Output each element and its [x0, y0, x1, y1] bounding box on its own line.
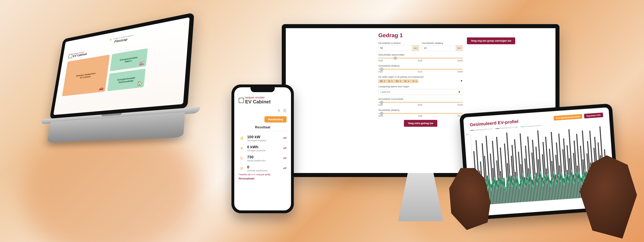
day-chip[interactable]: Do ×	[403, 79, 411, 83]
input-unit: km	[456, 45, 463, 51]
field-label: Gemiddelde afwijking	[422, 42, 463, 44]
menu-icon[interactable]: ☰	[283, 108, 286, 113]
slider-track[interactable]	[378, 58, 463, 59]
avg-deviation-input[interactable]: 10 km	[422, 45, 463, 51]
tick: 24u00	[457, 60, 463, 62]
slider-track[interactable]	[378, 113, 463, 114]
ev-glyph-icon: 🍃	[68, 54, 73, 58]
metric-delta: +0*	[283, 147, 286, 150]
slider-thumb[interactable]	[380, 112, 383, 115]
charge-behavior-select[interactable]: Laadt hier ▼	[378, 89, 463, 95]
input-value: 50	[378, 47, 412, 50]
tick: 0u00	[378, 115, 383, 117]
slider-track[interactable]	[378, 68, 463, 70]
input-unit: km	[412, 45, 419, 51]
slider-label: Gemiddelde connectietijd	[378, 98, 463, 100]
footnote: *waarden zijn t.o.v. vorig jaar geldig	[239, 174, 286, 176]
cycle-icon: ↻	[239, 156, 245, 161]
phone-mockup: 🍃 laadpark simulatie EV Cabinet ≡ ☰ Hand…	[232, 84, 294, 213]
factory-icon: 🏭	[139, 60, 145, 66]
slider-track[interactable]	[378, 102, 463, 103]
day-chip-row: Ma ×Di ×Wo ×Do ×Vr × ▼	[378, 79, 463, 82]
remove-chip-icon[interactable]: ×	[416, 80, 417, 82]
field-label: Gemiddelde rij afstand	[378, 42, 419, 44]
metric-row: ⚡100 kWVermogen laadpark+0*	[239, 133, 286, 143]
tick: 24u00	[457, 70, 463, 73]
day-chip[interactable]: Vr ×	[411, 79, 418, 83]
tick: 0u00	[378, 104, 383, 106]
add-vehicle-group-button[interactable]: Voeg nog een groep voertuigen toe	[467, 38, 515, 44]
dropdown-caret-icon[interactable]: ▼	[460, 79, 463, 82]
personalize-link[interactable]: Personaliseer	[239, 177, 286, 180]
legend-item: Netbelasting AC (+), kW	[470, 128, 492, 131]
behavior-form: Gedrag 1 Gemiddelde rij afstand 50 km Ge…	[378, 30, 463, 171]
monitor-stand	[388, 173, 453, 221]
tick: 8u00	[418, 104, 422, 106]
metric-row: ↻730Aantal laadbeurten+0*	[239, 153, 286, 163]
deviation1-slider: Gemiddelde afwijking 0u00 0u15 24u00	[378, 64, 463, 73]
laptop-bezel: 🍃 simulatie- en dimensioneringstools Fle…	[50, 12, 194, 119]
avg-deviation-field: Gemiddelde afwijking 10 km	[422, 42, 463, 51]
metric-row: ☀0 kWhUit eigen productie+0*	[239, 143, 286, 153]
avg-distance-field: Gemiddelde rij afstand 50 km	[378, 42, 419, 51]
bolt-icon: ⚡	[239, 136, 245, 140]
slider-thumb[interactable]	[394, 56, 397, 60]
ev-logo-sub: laadpark simulatie	[245, 96, 271, 99]
form-title: Gedrag 1	[378, 32, 463, 38]
manual-button[interactable]: Handleiding	[264, 116, 286, 122]
metric-value: 0	[247, 165, 268, 170]
day-chip[interactable]: Ma ×	[378, 79, 387, 83]
arrival-slider: Gebruikelijke aankomsttijd 0u00 8u00 24u…	[378, 54, 463, 62]
deviation2-slider: Gemiddelde afwijking 0u00 1u00 24u00	[378, 109, 463, 117]
day-chip[interactable]: Wo ×	[394, 79, 403, 83]
tick: 1u00	[418, 115, 422, 117]
add-behavior-button[interactable]: Voeg extra gedrag toe	[404, 120, 437, 127]
tick: 24u00	[457, 104, 463, 106]
remove-chip-icon[interactable]: ×	[384, 80, 385, 82]
remove-chip-icon[interactable]: ×	[408, 80, 409, 82]
charge-label: Laadgedrag tijdens deze dagen	[378, 85, 463, 88]
remove-chip-icon[interactable]: ×	[400, 80, 401, 82]
ev-cabinet-logo: 🍃 laadpark simulatie EV Cabinet	[239, 96, 286, 104]
leaf-icon: 🍃	[109, 38, 112, 41]
dropdown-caret-icon: ▼	[458, 90, 461, 94]
tile-label: Energiesimulatie Huishoudelijk	[117, 76, 136, 84]
day-chip[interactable]: Di ×	[387, 79, 394, 83]
tick: 0u00	[378, 70, 383, 73]
laptop-mockup: 🍃 simulatie- en dimensioneringstools Fle…	[35, 9, 210, 140]
metric-label: Aantal laadbeurten	[247, 159, 266, 162]
tile-label: Simuleer laadparken EV Cabinet	[76, 72, 96, 80]
tick: 0u15	[418, 70, 422, 73]
metric-label: Uit eigen productie	[247, 149, 266, 152]
slider-label: Gemiddelde afwijking	[378, 64, 463, 67]
ev-glyph-icon: 🍃	[239, 98, 244, 103]
house-icon: 🏠	[137, 81, 143, 86]
slider-thumb[interactable]	[380, 101, 383, 104]
cross-icon: ⊘	[239, 166, 245, 171]
tile-simulate-ev[interactable]: Simuleer laadparken EV Cabinet 🚗	[62, 54, 110, 96]
tile-label: Energiesimulatie KMO's	[119, 56, 138, 64]
sun-icon: ☀	[239, 146, 245, 151]
divider	[239, 131, 286, 131]
metric-delta: +0*	[283, 157, 286, 160]
metric-value: 730	[247, 155, 266, 159]
slider-label: Gemiddelde afwijking	[378, 109, 463, 111]
slider-label: Gebruikelijke aankomsttijd	[378, 54, 463, 56]
laptop-screen: 🍃 simulatie- en dimensioneringstools Fle…	[53, 17, 190, 115]
y-tick: 200	[466, 133, 469, 136]
car-icon: 🚗	[98, 85, 104, 91]
phone-tab-icons: ≡ ☰	[239, 108, 286, 113]
avg-distance-input[interactable]: 50 km	[378, 45, 419, 51]
metric-value: 100 kW	[247, 135, 266, 139]
metric-row: ⊘0Gemiste laadbeurten+0*	[239, 163, 286, 174]
metric-value: 0 kWh	[247, 145, 266, 149]
tile-energie-huishoudelijk[interactable]: Energiesimulatie Huishoudelijk 🏠	[107, 68, 146, 91]
tab-icon[interactable]: ≡	[278, 108, 280, 113]
select-value: Laadt hier	[380, 91, 390, 93]
slider-thumb[interactable]	[380, 68, 383, 71]
legend-item: Gesimuleerd verbruik	[521, 124, 541, 128]
tile-energie-kmo[interactable]: Energiesimulatie KMO's 🏭	[110, 48, 148, 71]
remove-chip-icon[interactable]: ×	[392, 80, 393, 82]
metric-delta: +0*	[283, 167, 286, 170]
ev-logo-main: EV Cabinet	[245, 99, 271, 104]
